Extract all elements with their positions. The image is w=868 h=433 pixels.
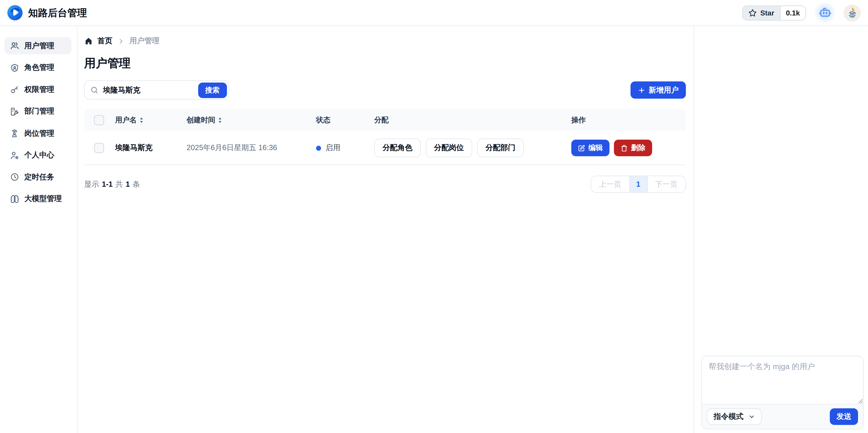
- sort-icon: [139, 117, 144, 123]
- cell-username: 埃隆马斯克: [115, 143, 187, 153]
- delete-label: 删除: [631, 143, 645, 153]
- user-avatar[interactable]: [844, 4, 861, 21]
- app-logo-icon: [7, 4, 23, 21]
- prev-page-button[interactable]: 上一页: [591, 176, 629, 193]
- assign-position-button[interactable]: 分配岗位: [426, 139, 472, 157]
- cell-assign: 分配角色 分配岗位 分配部门: [374, 139, 571, 157]
- sidebar-item-label: 权限管理: [24, 85, 54, 95]
- app-header: 知路后台管理 Star 0.1k: [0, 0, 868, 26]
- sidebar-item-permissions[interactable]: 权限管理: [4, 81, 71, 98]
- mode-select-label: 指令模式: [713, 412, 743, 422]
- robot-icon: [818, 6, 832, 20]
- cell-operations: 编辑 删除: [571, 140, 686, 156]
- search-input[interactable]: [103, 86, 198, 94]
- shield-user-icon: [10, 63, 19, 72]
- sidebar: 用户管理 角色管理 权限管理: [0, 26, 78, 433]
- chevron-down-icon: [748, 413, 755, 420]
- assign-department-button[interactable]: 分配部门: [477, 139, 524, 157]
- column-header-created[interactable]: 创建时间: [187, 115, 316, 125]
- breadcrumb: 首页 用户管理: [84, 36, 686, 46]
- sidebar-item-label: 大模型管理: [24, 194, 62, 204]
- main-content: 首页 用户管理 用户管理 搜索: [78, 26, 694, 433]
- row-checkbox[interactable]: [94, 143, 104, 153]
- assistant-chat-panel: 指令模式 发送: [702, 356, 864, 429]
- table-header-row: 用户名 创建时间 状态 分配 操作: [84, 109, 686, 131]
- pagination-summary: 显示1-1共1条: [84, 179, 140, 189]
- sidebar-item-label: 角色管理: [24, 62, 54, 73]
- sidebar-item-label: 岗位管理: [24, 128, 54, 138]
- chevron-right-icon: [117, 37, 125, 45]
- home-icon: [84, 37, 93, 46]
- sidebar-item-users[interactable]: 用户管理: [4, 37, 71, 54]
- github-star-button[interactable]: Star 0.1k: [743, 5, 806, 20]
- toolbar: 搜索 新增用户: [84, 80, 686, 99]
- select-all-checkbox[interactable]: [94, 115, 104, 125]
- assistant-area: 指令模式 发送: [694, 26, 868, 433]
- breadcrumb-home-link[interactable]: 首页: [84, 36, 112, 46]
- current-page-button[interactable]: 1: [629, 176, 647, 193]
- edit-button[interactable]: 编辑: [571, 140, 610, 156]
- trash-icon: [621, 144, 628, 152]
- brand: 知路后台管理: [7, 4, 87, 21]
- app-window: 知路后台管理 Star 0.1k: [0, 0, 868, 433]
- edit-icon: [578, 144, 585, 152]
- star-count: 0.1k: [780, 6, 806, 20]
- department-icon: [10, 107, 19, 116]
- sidebar-item-label: 个人中心: [24, 150, 54, 160]
- sidebar-item-label: 定时任务: [24, 172, 54, 182]
- status-dot: [316, 146, 321, 150]
- cell-created-at: 2025年6月6日星期五 16:36: [187, 143, 316, 153]
- add-user-label: 新增用户: [649, 85, 679, 95]
- assistant-input[interactable]: [702, 356, 863, 404]
- column-header-assign: 分配: [374, 115, 571, 125]
- star-icon: [749, 9, 757, 17]
- sidebar-item-positions[interactable]: 岗位管理: [4, 125, 71, 142]
- assign-role-button[interactable]: 分配角色: [374, 139, 421, 157]
- table-row: 埃隆马斯克 2025年6月6日星期五 16:36 启用 分配角色 分配岗位 分配…: [84, 131, 686, 165]
- java-logo-icon: [846, 6, 859, 19]
- sidebar-item-label: 用户管理: [24, 41, 54, 51]
- send-button[interactable]: 发送: [830, 408, 858, 425]
- app-title: 知路后台管理: [28, 6, 87, 19]
- pager: 上一页 1 下一页: [591, 176, 686, 193]
- column-header-operations: 操作: [571, 115, 686, 125]
- column-header-status: 状态: [316, 115, 374, 125]
- users-icon: [10, 41, 19, 50]
- position-icon: [10, 128, 19, 138]
- assistant-footer: 指令模式 发送: [702, 404, 863, 429]
- status-label: 启用: [326, 143, 340, 153]
- sidebar-item-label: 部门管理: [24, 107, 54, 116]
- pagination-row: 显示1-1共1条 上一页 1 下一页: [84, 176, 686, 193]
- search-icon: [90, 86, 99, 94]
- assistant-toggle-button[interactable]: [814, 2, 836, 24]
- next-page-button[interactable]: 下一页: [647, 176, 685, 193]
- search-box: 搜索: [84, 80, 229, 99]
- star-label: Star: [760, 9, 774, 17]
- header-actions: Star 0.1k: [743, 2, 861, 24]
- column-header-username[interactable]: 用户名: [115, 115, 187, 125]
- brain-icon: [10, 194, 19, 204]
- key-icon: [10, 85, 19, 94]
- cell-status: 启用: [316, 143, 374, 153]
- page-title: 用户管理: [84, 56, 686, 71]
- users-table: 用户名 创建时间 状态 分配 操作: [84, 109, 686, 165]
- sidebar-item-profile[interactable]: 个人中心: [4, 146, 71, 164]
- sidebar-item-scheduled-tasks[interactable]: 定时任务: [4, 169, 71, 186]
- sort-icon: [217, 117, 222, 123]
- sidebar-item-roles[interactable]: 角色管理: [4, 59, 71, 76]
- sidebar-item-departments[interactable]: 部门管理: [4, 103, 71, 120]
- edit-label: 编辑: [589, 143, 603, 153]
- clock-icon: [10, 172, 19, 182]
- user-gear-icon: [10, 150, 19, 160]
- sidebar-item-llm[interactable]: 大模型管理: [4, 190, 71, 208]
- breadcrumb-current: 用户管理: [129, 36, 159, 46]
- mode-select[interactable]: 指令模式: [707, 408, 762, 425]
- delete-button[interactable]: 删除: [614, 140, 652, 156]
- breadcrumb-root: 首页: [97, 36, 113, 46]
- add-user-button[interactable]: 新增用户: [630, 81, 686, 99]
- search-button[interactable]: 搜索: [198, 82, 227, 98]
- plus-icon: [638, 86, 646, 94]
